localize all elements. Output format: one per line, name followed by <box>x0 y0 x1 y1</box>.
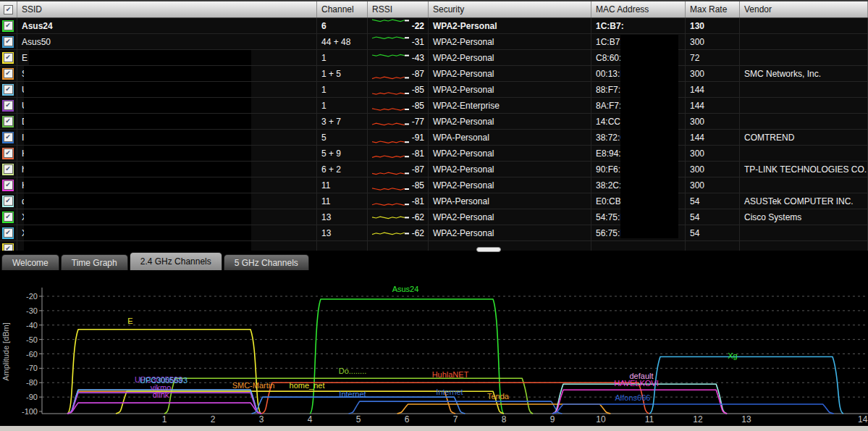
table-row[interactable]: ✔E1-43WPA2-PersonalC8:60:072 <box>0 50 868 66</box>
row-checkbox[interactable]: ✔ <box>2 36 14 48</box>
row-checkbox[interactable]: ✔ <box>2 243 14 251</box>
rssi-value: -43 <box>412 53 424 63</box>
row-checkbox[interactable]: ✔ <box>2 52 14 64</box>
row-checkbox[interactable]: ✔ <box>2 180 14 191</box>
column-header-security[interactable]: Security <box>429 1 591 17</box>
row-checkbox[interactable]: ✔ <box>2 148 14 159</box>
rssi-value: -62 <box>412 212 424 222</box>
max-rate-cell <box>686 241 740 251</box>
row-checkbox[interactable]: ✔ <box>2 68 14 80</box>
max-rate-cell: 130 <box>686 18 740 33</box>
network-label-home-net: home_net <box>290 381 325 390</box>
vendor-cell: COMTREND <box>740 130 868 145</box>
rssi-value: -81 <box>412 196 424 206</box>
table-row[interactable]: ✔ <box>0 241 868 251</box>
tab-time-graph[interactable]: Time Graph <box>61 254 128 270</box>
column-header-channel[interactable]: Channel <box>317 1 368 17</box>
channel-cell: 13 <box>317 209 368 225</box>
column-header-vendor[interactable]: Vendor <box>740 1 868 17</box>
vendor-cell <box>740 18 868 33</box>
row-checkbox[interactable]: ✔ <box>2 84 14 96</box>
network-label-alfons666: Alfons666 <box>615 393 651 402</box>
rssi-cell: -85 <box>368 82 429 97</box>
table-row[interactable]: ✔S1 + 5-87WPA2-Personal00:13:F300SMC Net… <box>0 66 868 82</box>
ssid-cell: ho <box>17 162 317 177</box>
ssid-cell: D <box>17 114 317 129</box>
check-icon: ✔ <box>4 117 13 126</box>
ssid-label: Asus50 <box>22 37 51 47</box>
network-curve-internet <box>252 397 465 414</box>
rssi-cell: -85 <box>368 177 429 193</box>
rssi-value: -85 <box>412 85 424 95</box>
row-checkbox[interactable]: ✔ <box>2 164 14 175</box>
x-tick-label: 13 <box>741 414 751 424</box>
column-header-max-rate[interactable]: Max Rate <box>686 1 740 17</box>
rssi-cell: -62 <box>368 209 429 225</box>
security-cell: WPA-Personal <box>429 193 591 209</box>
table-row[interactable]: ✔X13-62WPA2-Personal54:75:D54Cisco Syste… <box>0 209 868 225</box>
network-curve-tenda <box>397 404 611 414</box>
vendor-cell <box>740 177 868 193</box>
rssi-value: -85 <box>412 180 424 191</box>
row-checkbox[interactable]: ✔ <box>2 116 14 127</box>
rssi-sparkline <box>371 162 410 177</box>
row-checkbox[interactable]: ✔ <box>2 20 14 32</box>
vendor-cell: TP-LINK TECHNOLOGIES CO., LTD. <box>740 162 868 177</box>
ssid-cell: de <box>17 193 317 209</box>
row-checkbox[interactable]: ✔ <box>2 132 14 143</box>
header-checkbox[interactable]: ✔ <box>0 1 17 17</box>
table-row[interactable]: ✔de11-81WPA-PersonalE0:CB:454ASUSTek COM… <box>0 193 868 209</box>
table-row[interactable]: ✔Asus5044 + 48-31WPA2-Personal1C:B7:2300 <box>0 34 868 50</box>
table-row[interactable]: ✔ho6 + 2-87WPA2-Personal90:F6:5300TP-LIN… <box>0 162 868 177</box>
table-row[interactable]: ✔D3 + 7-77WPA2-Personal14:CC:2300 <box>0 114 868 130</box>
column-header-ssid[interactable]: SSID <box>17 1 317 17</box>
splitter-handle[interactable] <box>476 247 501 252</box>
row-checkbox[interactable]: ✔ <box>2 227 14 239</box>
vendor-cell <box>740 146 868 161</box>
rssi-cell: -77 <box>368 114 429 129</box>
row-checkbox[interactable]: ✔ <box>2 100 14 112</box>
rssi-cell: -62 <box>368 225 429 240</box>
channel-graph: -20-30-40-50-60-70-80-90-100123456789101… <box>0 272 868 431</box>
rssi-sparkline <box>371 83 410 97</box>
channel-cell: 1 <box>317 82 368 97</box>
ssid-cell: Asus50 <box>17 34 317 49</box>
bottom-status-strip <box>0 426 868 431</box>
row-checkbox[interactable]: ✔ <box>2 212 14 223</box>
table-row[interactable]: ✔U1-85WPA2-Personal88:F7:C144 <box>0 82 868 98</box>
x-tick-label: 6 <box>405 414 410 424</box>
security-cell <box>429 241 591 251</box>
check-icon: ✔ <box>4 228 13 238</box>
x-tick-label: 10 <box>596 414 606 424</box>
rssi-sparkline <box>371 67 410 81</box>
table-row[interactable]: ✔In5-91WPA-Personal38:72:C144COMTREND <box>0 130 868 146</box>
rssi-sparkline <box>371 194 410 209</box>
x-tick-label: 12 <box>693 414 703 424</box>
security-cell: WPA2-Personal <box>429 162 591 177</box>
security-cell: WPA2-Enterprise <box>429 98 591 113</box>
column-header-mac-address[interactable]: MAC Address <box>591 1 686 17</box>
table-row[interactable]: ✔H5 + 9-81WPA2-PersonalE8:94:F300 <box>0 146 868 162</box>
channel-cell: 11 <box>317 177 368 193</box>
rssi-cell: -87 <box>368 66 429 81</box>
table-row[interactable]: ✔H11-85WPA2-Personal38:2C:4300 <box>0 177 868 193</box>
x-tick-label: 3 <box>259 414 264 424</box>
max-rate-cell: 300 <box>686 162 740 177</box>
network-label-e: E <box>127 317 132 325</box>
tab-5-ghz-channels[interactable]: 5 GHz Channels <box>224 254 309 270</box>
row-checkbox[interactable]: ✔ <box>2 196 14 207</box>
column-header-rssi[interactable]: RSSI <box>368 1 429 17</box>
ssid-redaction-box <box>24 82 251 97</box>
table-row[interactable]: ✔U1-85WPA2-Enterprise8A:F7:C144 <box>0 98 868 114</box>
ssid-redaction-box <box>24 114 251 129</box>
network-label-smc-martin: SMC-Martin <box>232 381 275 390</box>
table-row[interactable]: ✔Asus246-22WPA2-Personal1C:B7:130 <box>0 18 868 34</box>
tab-2-4-ghz-channels[interactable]: 2.4 GHz Channels <box>130 252 222 270</box>
tab-welcome[interactable]: Welcome <box>1 254 59 270</box>
rssi-cell: -85 <box>368 98 429 113</box>
rssi-value: -31 <box>412 37 424 47</box>
network-table: ✔SSIDChannelRSSISecurityMAC AddressMax R… <box>0 0 868 251</box>
vendor-cell <box>740 34 868 49</box>
table-row[interactable]: ✔X13-62WPA2-Personal56:75:D54 <box>0 225 868 241</box>
table-rows: ✔Asus246-22WPA2-Personal1C:B7:130✔Asus50… <box>0 18 868 251</box>
